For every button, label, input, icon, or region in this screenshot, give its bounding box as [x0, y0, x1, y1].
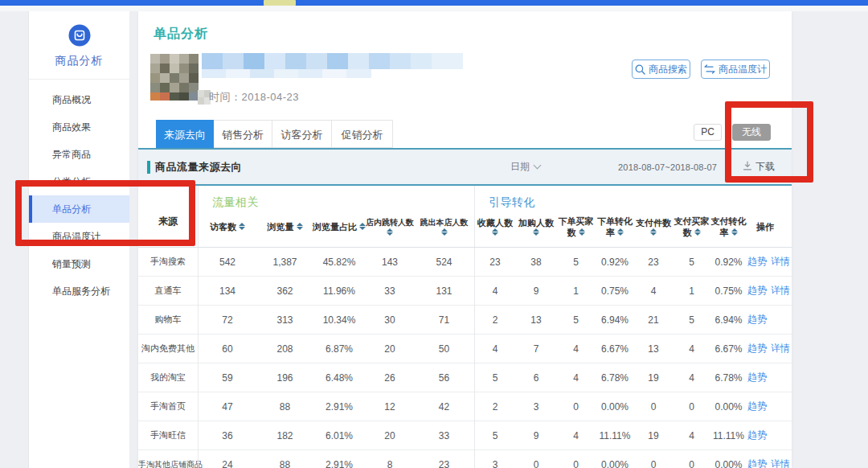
- sidebar-item-0[interactable]: 商品概况: [29, 86, 129, 113]
- scrollbar-thumb[interactable]: [264, 0, 296, 6]
- row-3-action-trend[interactable]: 趋势: [747, 343, 767, 354]
- row-4-value-6: 6: [516, 372, 556, 384]
- row-4-action-trend[interactable]: 趋势: [747, 372, 767, 383]
- sidebar-item-5[interactable]: 商品温度计: [29, 223, 129, 250]
- row-7-action-trend[interactable]: 趋势: [747, 458, 767, 468]
- column-header-9[interactable]: 下单转化率: [596, 208, 634, 244]
- sidebar-item-4[interactable]: 单品分析: [29, 195, 129, 223]
- row-1-value-2: 11.96%: [313, 285, 366, 297]
- row-4-value-3: 26: [366, 372, 414, 384]
- table-row-6: 手淘旺信361826.01%203359411.11%19411.11%趋势: [138, 421, 792, 450]
- column-header-8[interactable]: 下单买家数: [556, 208, 596, 244]
- row-5-value-1: 88: [257, 401, 313, 413]
- sidebar-logo-label: 商品分析: [29, 54, 129, 68]
- row-0-action-detail[interactable]: 详情: [771, 256, 790, 267]
- row-2-action-trend[interactable]: 趋势: [747, 314, 767, 325]
- row-3-action-detail[interactable]: 详情: [771, 343, 790, 354]
- top-actions: 商品搜索 商品温度计: [632, 60, 770, 79]
- row-7-value-10: 0: [673, 459, 710, 468]
- row-0-value-4: 524: [414, 257, 474, 268]
- row-7-action-detail[interactable]: 详情: [771, 458, 790, 468]
- sidebar-item-3[interactable]: 分类分析: [29, 168, 129, 195]
- row-3-value-0: 60: [198, 343, 257, 355]
- table-header: 流量相关 引导转化 来源 访客数浏览量浏览量占比店内跳转人数跳出本店人数收藏人数…: [138, 186, 792, 248]
- row-6-value-2: 6.01%: [313, 430, 366, 441]
- row-6-value-1: 182: [257, 430, 313, 441]
- column-header-5[interactable]: 跳出本店人数: [414, 208, 474, 244]
- column-header-1[interactable]: 访客数: [198, 208, 257, 244]
- row-5-value-8: 0.00%: [596, 401, 634, 413]
- sidebar-item-2[interactable]: 异常商品: [29, 141, 129, 168]
- row-0-value-1: 1,387: [257, 257, 313, 268]
- column-header-11[interactable]: 支付买家数: [673, 208, 710, 244]
- row-0-value-0: 542: [198, 257, 257, 268]
- exchange-arrows-icon: [704, 64, 715, 74]
- row-4-value-5: 5: [474, 372, 516, 384]
- column-header-7[interactable]: 加购人数: [516, 208, 556, 244]
- row-0-value-9: 23: [634, 257, 673, 268]
- sidebar-item-1[interactable]: 商品效果: [29, 113, 129, 141]
- row-5-value-4: 42: [414, 401, 474, 413]
- date-filter-dropdown[interactable]: 日期: [510, 150, 540, 184]
- row-3-value-11: 6.67%: [710, 343, 747, 355]
- column-header-4[interactable]: 店内跳转人数: [366, 208, 414, 244]
- column-header-12[interactable]: 支付转化率: [710, 208, 747, 244]
- row-1-action-trend[interactable]: 趋势: [747, 285, 767, 296]
- row-6-action-trend[interactable]: 趋势: [747, 429, 767, 441]
- row-1-action-detail[interactable]: 详情: [771, 285, 790, 296]
- column-header-6[interactable]: 收藏人数: [474, 208, 516, 244]
- row-2-value-5: 2: [474, 314, 516, 326]
- product-thermometer-button[interactable]: 商品温度计: [701, 60, 770, 79]
- listing-time-text: 时间：2018-04-23: [209, 90, 299, 105]
- row-0-value-5: 23: [474, 257, 516, 268]
- sidebar: 商品分析 商品概况商品效果异常商品分类分析单品分析商品温度计销量预测单品服务分析: [28, 11, 129, 468]
- tab-0[interactable]: 来源去向: [156, 120, 214, 148]
- row-6-value-7: 4: [556, 430, 596, 441]
- column-header-13: 操作: [747, 208, 784, 244]
- download-icon: [743, 161, 752, 173]
- tab-1[interactable]: 销售分析: [214, 120, 272, 148]
- row-7-value-0: 24: [198, 459, 257, 468]
- row-5-actions: 趋势: [747, 400, 784, 413]
- download-link[interactable]: 下载: [743, 150, 775, 184]
- column-header-3[interactable]: 浏览量占比: [313, 208, 366, 244]
- table-body: 手淘搜索5421,38745.82%143524233850.92%2350.9…: [138, 248, 792, 468]
- row-2-value-9: 21: [634, 314, 673, 326]
- row-4-value-8: 6.78%: [596, 372, 634, 384]
- row-7-source: 手淘其他店铺商品: [138, 459, 198, 468]
- column-header-10[interactable]: 支付件数: [634, 208, 673, 244]
- tab-3[interactable]: 促销分析: [332, 120, 393, 148]
- device-toggle-wireless[interactable]: 无线: [732, 124, 771, 141]
- table-row-7: 手淘其他店铺商品24882.91%8233000.00%000.00%趋势详情: [138, 450, 792, 468]
- sidebar-item-7[interactable]: 单品服务分析: [29, 277, 129, 305]
- row-0-action-trend[interactable]: 趋势: [747, 256, 767, 267]
- row-6-value-4: 33: [414, 430, 474, 441]
- device-toggle-pc[interactable]: PC: [694, 124, 722, 141]
- row-4-value-0: 59: [198, 372, 257, 384]
- row-7-value-9: 0: [634, 459, 673, 468]
- row-1-value-6: 9: [516, 285, 556, 297]
- row-3-value-5: 4: [474, 343, 516, 355]
- row-7-value-7: 0: [556, 459, 596, 468]
- row-4-value-11: 6.78%: [710, 372, 747, 384]
- column-header-2[interactable]: 浏览量: [257, 208, 313, 244]
- row-3-source: 淘内免费其他: [138, 343, 198, 355]
- date-filter-label: 日期: [510, 160, 530, 174]
- row-2-value-1: 313: [257, 314, 313, 326]
- product-search-button[interactable]: 商品搜索: [632, 60, 690, 79]
- row-1-value-0: 134: [198, 285, 257, 297]
- analysis-tabs: 来源去向销售分析访客分析促销分析: [156, 120, 393, 148]
- row-4-source: 我的淘宝: [138, 372, 198, 384]
- row-4-value-2: 6.48%: [313, 372, 366, 384]
- row-0-source: 手淘搜索: [138, 256, 198, 268]
- row-1-value-5: 4: [474, 285, 516, 297]
- row-5-action-trend[interactable]: 趋势: [747, 400, 767, 412]
- row-5-value-10: 0: [673, 401, 710, 413]
- row-1-value-7: 1: [556, 285, 596, 297]
- row-5-value-5: 2: [474, 401, 516, 413]
- tab-2[interactable]: 访客分析: [272, 120, 332, 148]
- row-7-value-4: 23: [414, 459, 474, 468]
- sidebar-item-6[interactable]: 销量预测: [29, 250, 129, 277]
- row-6-source: 手淘旺信: [138, 429, 198, 441]
- row-6-actions: 趋势: [747, 429, 784, 442]
